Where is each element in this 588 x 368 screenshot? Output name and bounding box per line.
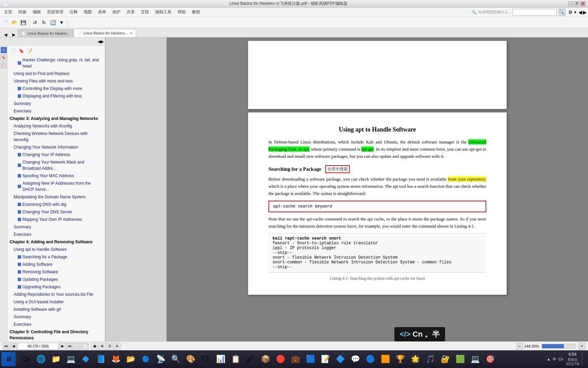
single-page-icon[interactable]: ▣ xyxy=(91,343,98,350)
dropdown-icon[interactable]: ▼ xyxy=(58,18,66,27)
menu-help[interactable]: 帮助 xyxy=(175,8,189,16)
search-input[interactable] xyxy=(512,9,557,16)
toc-item-24[interactable]: Adding Software xyxy=(7,261,105,268)
taskbar-icon-21[interactable]: 📝 xyxy=(318,352,332,366)
forward-icon[interactable]: ▶ xyxy=(583,10,587,15)
taskbar-icon-8[interactable]: 📂 xyxy=(124,352,138,366)
collapse-left-btn[interactable]: ◀ xyxy=(98,39,101,44)
taskbar-icon-19[interactable]: 💼 xyxy=(288,352,303,366)
tab-nav-left[interactable]: ◀ xyxy=(1,32,10,37)
toc-item-28[interactable]: Adding Repositories to Your sources.list… xyxy=(7,291,105,298)
toc-item-14[interactable]: Assigning New IP Addresses from the DHCP… xyxy=(7,180,105,193)
menu-edit[interactable]: 编辑 xyxy=(30,8,44,16)
tab-nav-right[interactable]: ▶ xyxy=(10,32,18,37)
taskbar-icon-12[interactable]: 🎨 xyxy=(183,352,198,366)
toc-item-25[interactable]: Removing Software xyxy=(7,268,105,276)
new-icon[interactable]: 📄 xyxy=(1,18,10,27)
taskbar-icon-30[interactable]: 🟩 xyxy=(453,352,467,366)
toc-item-19[interactable]: Summary xyxy=(7,223,105,231)
settings-icon[interactable]: ⚙ xyxy=(568,10,573,15)
spread-icon[interactable]: ⊟ xyxy=(114,343,120,350)
taskbar-icon-6[interactable]: 📘 xyxy=(94,352,108,366)
refresh-icon[interactable]: 🔄 xyxy=(49,18,57,27)
toc-item-20[interactable]: Exercises xyxy=(7,231,105,238)
taskbar-icon-15[interactable]: 📋 xyxy=(228,352,243,366)
toc-item-31[interactable]: Summary xyxy=(7,313,105,321)
toc-item-11[interactable]: Changing Your IP Address xyxy=(7,151,105,158)
pdf-area[interactable]: Using apt to Handle Software In Debian-b… xyxy=(167,37,588,368)
page-input[interactable] xyxy=(18,343,59,350)
expand-icon[interactable]: ▼ xyxy=(573,10,577,14)
taskbar-icon-26[interactable]: 🏆 xyxy=(393,352,407,366)
toc-item-1[interactable]: Using sed to Find and Replace xyxy=(7,70,105,77)
open-icon[interactable]: 📂 xyxy=(10,18,18,27)
sidebar-icon-c[interactable]: 📝 xyxy=(26,47,33,55)
strip-icon-3[interactable]: 📋 xyxy=(1,62,7,68)
toc-item-27[interactable]: Upgrading Packages xyxy=(7,283,105,291)
taskbar-icon-14[interactable]: 📊 xyxy=(213,352,228,366)
scroll-icon[interactable]: ☰ xyxy=(106,343,113,350)
taskbar-icon-20[interactable]: 🟦 xyxy=(303,352,317,366)
undo-icon[interactable]: ↺ xyxy=(31,18,39,27)
prev-page-btn[interactable]: ◀ xyxy=(10,343,17,350)
toc-item-9[interactable]: Checking Wireless Network Devices with i… xyxy=(7,130,105,143)
toc-item-12[interactable]: Changing Your Network Mask and Broadcast… xyxy=(7,158,105,172)
toc-item-29[interactable]: Using a GUI-based Installer xyxy=(7,298,105,306)
tab2-close[interactable]: ✕ xyxy=(130,31,132,35)
taskbar-icon-18[interactable]: 🔴 xyxy=(273,352,288,366)
menu-form[interactable]: 表单 xyxy=(95,8,109,16)
taskbar-start[interactable]: 🖥 xyxy=(1,352,16,366)
taskbar-icon-13[interactable]: 🛡 xyxy=(198,352,213,366)
save-icon[interactable]: 💾 xyxy=(19,18,27,27)
taskbar-icon-29[interactable]: 🔐 xyxy=(438,352,452,366)
show-desktop-btn[interactable] xyxy=(582,352,584,366)
taskbar-icon-22[interactable]: 🔷 xyxy=(333,352,347,366)
toc-item-15[interactable]: Manipulating the Domain Name System xyxy=(7,193,105,201)
sidebar-icon-b[interactable]: 🔖 xyxy=(18,47,25,55)
toc-item-4[interactable]: Displaying and Filtering with less xyxy=(7,92,105,100)
taskbar-icon-9[interactable]: 🔵 xyxy=(138,352,153,366)
menu-page-manage[interactable]: 页面管理 xyxy=(44,8,66,16)
next-page-btn[interactable]: ▶ xyxy=(59,343,66,350)
taskbar-icon-7[interactable]: 🦊 xyxy=(109,352,123,366)
menu-tools[interactable]: 辅助工具 xyxy=(152,8,174,16)
tab-2[interactable]: 📄 Linux Basics for Hackers... ✕ xyxy=(74,29,136,37)
restore-button[interactable]: ⧉ xyxy=(574,1,579,6)
fit-page-btn[interactable]: 📄 xyxy=(82,343,88,350)
toc-item-8[interactable]: Analyzing Networks with ifconfig xyxy=(7,122,105,130)
toc-item-3[interactable]: Controlling the Display with more xyxy=(7,85,105,92)
minimize-button[interactable]: ─ xyxy=(568,1,573,6)
taskbar-icon-5[interactable]: 🔷 xyxy=(79,352,93,366)
taskbar-icon-4[interactable]: 💻 xyxy=(64,352,78,366)
taskbar-icon-31[interactable]: 💻 xyxy=(468,352,482,366)
toc-item-16[interactable]: Examining DNS with dig xyxy=(7,201,105,208)
sidebar-icon-a[interactable]: 📄 xyxy=(10,47,17,55)
menu-connect[interactable]: 互联 xyxy=(138,8,152,16)
strip-icon-1[interactable]: P xyxy=(1,47,7,53)
toc-item-0[interactable]: Hacker Challenge: Using grep, nl, tail, … xyxy=(7,56,105,70)
taskbar-icon-25[interactable]: 🟧 xyxy=(378,352,392,366)
taskbar-icon-23[interactable]: 💬 xyxy=(348,352,362,366)
close-button[interactable]: ✕ xyxy=(581,1,585,6)
taskbar-icon-16[interactable]: 🖊 xyxy=(243,352,258,366)
menu-convert[interactable]: 转换 xyxy=(16,8,29,16)
zoom-slider[interactable] xyxy=(542,344,576,349)
tray-chevron[interactable]: ▲ xyxy=(547,357,551,361)
taskbar-icon-24[interactable]: 🔵 xyxy=(363,352,377,366)
strip-icon-2[interactable]: 🔖 xyxy=(1,55,7,61)
zoom-out-btn[interactable]: − xyxy=(516,343,523,350)
menu-share[interactable]: 共享 xyxy=(124,8,137,16)
back-icon[interactable]: ◀ xyxy=(578,10,582,15)
toc-item-22[interactable]: Using apt to Handle Software xyxy=(7,246,105,253)
redo-icon[interactable]: ↻ xyxy=(40,18,48,27)
menu-home[interactable]: 主页 xyxy=(1,8,15,16)
menu-annotate[interactable]: 注释 xyxy=(67,8,80,16)
menu-protect[interactable]: 保护 xyxy=(110,8,123,16)
toc-item-2[interactable]: Viewing Files with more and less xyxy=(7,77,105,85)
tab-1[interactable]: 📄 Linux Basics for Hacker... xyxy=(18,29,74,37)
toc-item-17[interactable]: Changing Your DNS Server xyxy=(7,208,105,216)
taskbar-icon-3[interactable]: 📁 xyxy=(49,352,63,366)
taskbar-icon-27[interactable]: 🌟 xyxy=(408,352,422,366)
search-button[interactable]: 🔍 xyxy=(558,9,566,16)
toc-item-32[interactable]: Exercises xyxy=(7,321,105,328)
